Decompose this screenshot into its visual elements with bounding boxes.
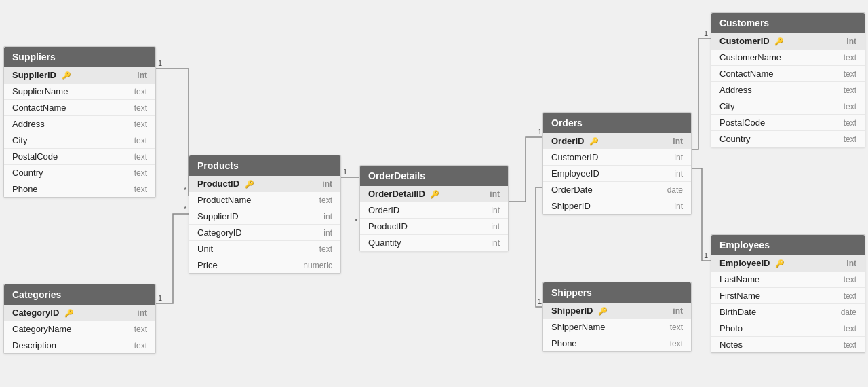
orders-row-orderid: OrderID 🔑 int [543, 133, 691, 149]
orderdetails-row-orderdetailid: OrderDetailID 🔑 int [360, 186, 508, 202]
suppliers-row-phone: Phone text [4, 181, 155, 197]
shippers-row-shipperid: ShipperID 🔑 int [543, 303, 691, 319]
orderdetails-table: OrderDetails OrderDetailID 🔑 int OrderID… [359, 165, 509, 251]
products-row-supplierid: SupplierID int [189, 208, 340, 225]
orders-row-orderdate: OrderDate date [543, 182, 691, 198]
products-row-price: Price numeric [189, 257, 340, 273]
customers-row-address: Address text [711, 82, 865, 98]
orders-row-employeeid: EmployeeID int [543, 166, 691, 182]
orderdetails-row-productid: ProductID int [360, 219, 508, 235]
orders-table: Orders OrderID 🔑 int CustomerID int Empl… [542, 112, 692, 215]
categories-row-description: Description text [4, 337, 155, 353]
categories-row-categoryid: CategoryID 🔑 int [4, 305, 155, 321]
customers-row-postalcode: PostalCode text [711, 115, 865, 131]
customers-row-customerid: CustomerID 🔑 int [711, 33, 865, 50]
svg-text:*: * [355, 217, 358, 225]
suppliers-row-city: City text [4, 132, 155, 149]
erd-canvas: 1 * 1 * 1 * * 1 1 * 1 * 1 * Suppliers Su… [0, 0, 868, 387]
employees-row-lastname: LastName text [711, 272, 865, 288]
suppliers-row-suppliername: SupplierName text [4, 84, 155, 100]
suppliers-row-country: Country text [4, 165, 155, 181]
shippers-header: Shippers [543, 282, 691, 303]
categories-row-categoryname: CategoryName text [4, 321, 155, 337]
customers-table: Customers CustomerID 🔑 int CustomerName … [711, 12, 865, 147]
orderdetails-row-orderid: OrderID int [360, 202, 508, 219]
shippers-row-phone: Phone text [543, 335, 691, 351]
svg-text:1: 1 [343, 168, 347, 176]
products-table: Products ProductID 🔑 int ProductName tex… [189, 155, 341, 274]
svg-text:1: 1 [704, 29, 708, 37]
customers-row-city: City text [711, 98, 865, 115]
products-row-productid: ProductID 🔑 int [189, 176, 340, 192]
suppliers-row-address: Address text [4, 116, 155, 132]
customers-header: Customers [711, 13, 865, 33]
employees-row-firstname: FirstName text [711, 288, 865, 304]
products-header: Products [189, 155, 340, 176]
suppliers-header: Suppliers [4, 47, 155, 67]
svg-text:*: * [184, 186, 187, 194]
orderdetails-row-quantity: Quantity int [360, 235, 508, 251]
categories-table: Categories CategoryID 🔑 int CategoryName… [3, 284, 156, 354]
orderdetails-header: OrderDetails [360, 166, 508, 186]
categories-header: Categories [4, 284, 155, 305]
customers-row-country: Country text [711, 131, 865, 147]
employees-row-photo: Photo text [711, 320, 865, 337]
suppliers-row-contactname: ContactName text [4, 100, 155, 116]
employees-row-birthdate: BirthDate date [711, 304, 865, 320]
orders-row-shipperid: ShipperID int [543, 198, 691, 214]
svg-text:*: * [184, 205, 187, 213]
customers-row-contactname: ContactName text [711, 66, 865, 82]
svg-text:1: 1 [538, 128, 542, 136]
svg-text:1: 1 [538, 297, 542, 306]
suppliers-row-supplierid: SupplierID 🔑 int [4, 67, 155, 84]
customers-row-customername: CustomerName text [711, 50, 865, 66]
suppliers-table: Suppliers SupplierID 🔑 int SupplierName … [3, 46, 156, 198]
employees-row-employeeid: EmployeeID 🔑 int [711, 255, 865, 272]
orders-header: Orders [543, 113, 691, 133]
shippers-table: Shippers ShipperID 🔑 int ShipperName tex… [542, 282, 692, 352]
products-row-unit: Unit text [189, 241, 340, 257]
employees-row-notes: Notes text [711, 337, 865, 352]
suppliers-row-postalcode: PostalCode text [4, 149, 155, 165]
orders-row-customerid: CustomerID int [543, 149, 691, 166]
svg-text:1: 1 [158, 294, 162, 302]
employees-header: Employees [711, 235, 865, 255]
products-row-productname: ProductName text [189, 192, 340, 208]
svg-text:1: 1 [158, 59, 162, 67]
shippers-row-shippername: ShipperName text [543, 319, 691, 335]
employees-table: Employees EmployeeID 🔑 int LastName text… [711, 234, 865, 353]
svg-text:1: 1 [704, 251, 708, 259]
products-row-categoryid: CategoryID int [189, 225, 340, 241]
